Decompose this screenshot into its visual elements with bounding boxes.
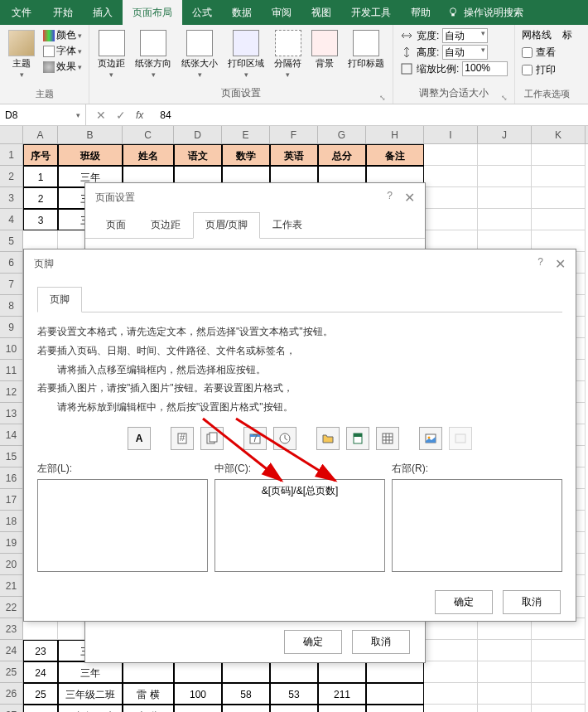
theme-effects[interactable]: 效果▾ bbox=[43, 60, 82, 74]
tab-help[interactable]: 帮助 bbox=[401, 0, 441, 25]
cell[interactable] bbox=[532, 640, 586, 661]
close-icon[interactable]: ✕ bbox=[404, 190, 415, 206]
cell[interactable] bbox=[270, 661, 318, 683]
tab-home[interactable]: 开始 bbox=[43, 0, 83, 25]
cell[interactable] bbox=[532, 705, 586, 712]
select-all-corner[interactable] bbox=[0, 126, 23, 143]
cell[interactable] bbox=[366, 683, 424, 705]
cell[interactable] bbox=[424, 640, 478, 661]
cell[interactable]: 80 bbox=[222, 705, 270, 712]
help-icon[interactable]: ? bbox=[537, 256, 543, 272]
cell[interactable] bbox=[478, 166, 532, 187]
theme-fonts[interactable]: 字体▾ bbox=[43, 44, 82, 58]
row-header[interactable]: 8 bbox=[0, 295, 23, 317]
row-header[interactable]: 6 bbox=[0, 252, 23, 274]
breaks-button[interactable]: 分隔符▾ bbox=[272, 28, 303, 80]
footer-cancel-button[interactable]: 取消 bbox=[503, 590, 561, 614]
help-icon[interactable]: ? bbox=[387, 190, 393, 206]
row-header[interactable]: 12 bbox=[0, 381, 23, 403]
row-header[interactable]: 17 bbox=[0, 489, 23, 511]
cell[interactable]: 1 bbox=[23, 166, 58, 187]
page-setup-ok-button[interactable]: 确定 bbox=[284, 630, 342, 654]
orientation-button[interactable]: 纸张方向▾ bbox=[133, 28, 173, 80]
row-header[interactable]: 25 bbox=[0, 661, 23, 683]
scale-launcher-icon[interactable]: ⤡ bbox=[501, 94, 508, 102]
page-setup-launcher-icon[interactable]: ⤡ bbox=[379, 94, 386, 102]
cell[interactable] bbox=[318, 661, 366, 683]
formula-input[interactable] bbox=[153, 104, 588, 125]
cell[interactable] bbox=[478, 640, 532, 661]
col-header[interactable]: H bbox=[366, 126, 424, 143]
cell[interactable]: 语文 bbox=[174, 144, 222, 166]
cell[interactable]: 三年 bbox=[58, 661, 123, 683]
format-text-button[interactable]: A bbox=[128, 427, 151, 450]
cell[interactable]: 24 bbox=[23, 661, 58, 683]
row-header[interactable]: 23 bbox=[0, 618, 23, 640]
row-header[interactable]: 4 bbox=[0, 209, 23, 230]
sheet-name-button[interactable] bbox=[376, 427, 399, 450]
cell[interactable] bbox=[366, 661, 424, 683]
cell[interactable] bbox=[532, 144, 586, 166]
page-number-button[interactable]: # bbox=[171, 427, 194, 450]
tab-sheet[interactable]: 工作表 bbox=[260, 212, 315, 238]
cell[interactable] bbox=[424, 705, 478, 712]
pages-button[interactable] bbox=[200, 427, 224, 450]
cell[interactable] bbox=[174, 661, 222, 683]
footer-titlebar[interactable]: 页脚 ? ✕ bbox=[24, 249, 576, 279]
cell[interactable]: 英语 bbox=[270, 144, 318, 166]
col-header[interactable]: J bbox=[478, 126, 532, 143]
print-titles-button[interactable]: 打印标题 bbox=[346, 28, 386, 70]
margins-button[interactable]: 页边距▾ bbox=[96, 28, 127, 80]
row-header[interactable]: 22 bbox=[0, 597, 23, 618]
tab-view[interactable]: 视图 bbox=[301, 0, 341, 25]
size-button[interactable]: 纸张大小▾ bbox=[180, 28, 219, 80]
cell[interactable]: 序号 bbox=[23, 144, 58, 166]
tab-insert[interactable]: 插入 bbox=[83, 0, 123, 25]
row-header[interactable]: 13 bbox=[0, 403, 23, 424]
cell[interactable]: 班级 bbox=[58, 144, 123, 166]
cell[interactable]: 李 俊 bbox=[123, 705, 174, 712]
close-icon[interactable]: ✕ bbox=[555, 256, 566, 272]
cell[interactable]: 211 bbox=[318, 683, 366, 705]
cell[interactable] bbox=[532, 187, 586, 209]
row-header[interactable]: 18 bbox=[0, 511, 23, 532]
row-header[interactable]: 10 bbox=[0, 338, 23, 360]
col-header[interactable]: E bbox=[222, 126, 270, 143]
row-header[interactable]: 5 bbox=[0, 230, 23, 252]
name-box-input[interactable] bbox=[5, 109, 63, 121]
width-input[interactable]: 自动▾ bbox=[442, 28, 488, 43]
row-header[interactable]: 16 bbox=[0, 467, 23, 489]
page-setup-cancel-button[interactable]: 取消 bbox=[352, 630, 410, 654]
tab-margins[interactable]: 页边距 bbox=[138, 212, 193, 238]
cell[interactable]: 雷 横 bbox=[123, 683, 174, 705]
cell[interactable] bbox=[123, 661, 174, 683]
col-header[interactable]: F bbox=[270, 126, 318, 143]
cell[interactable] bbox=[424, 209, 478, 230]
row-header[interactable]: 19 bbox=[0, 532, 23, 554]
footer-right-input[interactable] bbox=[392, 479, 562, 572]
cell[interactable]: 25 bbox=[23, 683, 58, 705]
row-header[interactable]: 26 bbox=[0, 683, 23, 705]
name-box[interactable]: ▾ bbox=[0, 104, 86, 125]
cell[interactable]: 数学 bbox=[222, 144, 270, 166]
tab-file[interactable]: 文件 bbox=[0, 0, 43, 25]
cell[interactable] bbox=[424, 144, 478, 166]
cell[interactable]: 2 bbox=[23, 187, 58, 209]
row-header[interactable]: 20 bbox=[0, 554, 23, 575]
cell[interactable] bbox=[222, 661, 270, 683]
tab-formulas[interactable]: 公式 bbox=[182, 0, 222, 25]
cell[interactable]: 23 bbox=[23, 640, 58, 661]
row-header[interactable]: 9 bbox=[0, 317, 23, 338]
col-header[interactable]: A bbox=[23, 126, 58, 143]
cell[interactable] bbox=[532, 661, 586, 683]
cell[interactable] bbox=[532, 209, 586, 230]
tab-data[interactable]: 数据 bbox=[222, 0, 262, 25]
row-header[interactable]: 27 bbox=[0, 705, 23, 712]
file-name-button[interactable] bbox=[346, 427, 369, 450]
cell[interactable] bbox=[478, 705, 532, 712]
tab-header-footer[interactable]: 页眉/页脚 bbox=[193, 212, 260, 239]
time-button[interactable] bbox=[273, 427, 296, 450]
cell[interactable] bbox=[424, 661, 478, 683]
cell[interactable]: 3 bbox=[23, 209, 58, 230]
background-button[interactable]: 背景 bbox=[310, 28, 340, 70]
